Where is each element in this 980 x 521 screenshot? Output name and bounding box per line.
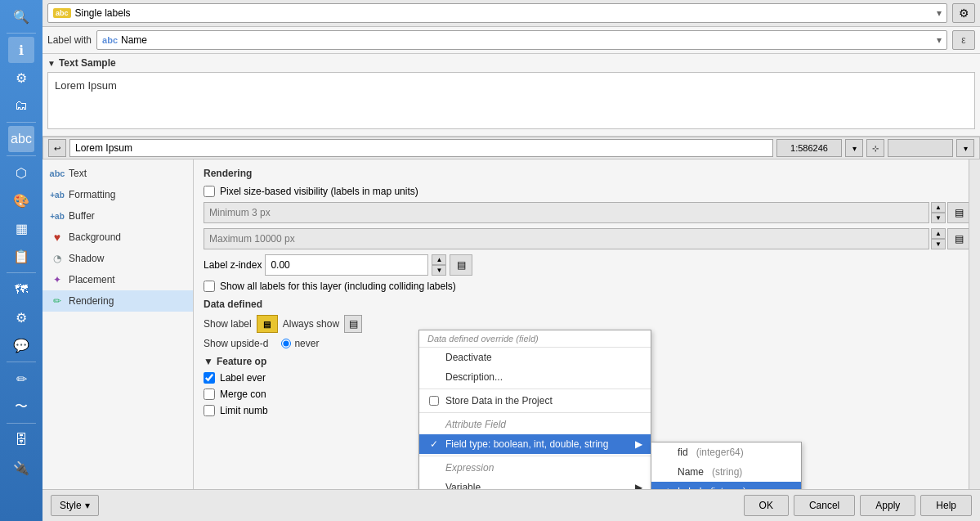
menu-item-field-type[interactable]: ✓ Field type: boolean, int, double, stri…: [419, 434, 651, 454]
z-index-side-btn[interactable]: ▤: [450, 254, 472, 276]
show-all-labels-label: Show all labels for this layer (includin…: [220, 281, 456, 292]
menu-item-description[interactable]: Description...: [419, 367, 651, 387]
style-button[interactable]: Style ▾: [51, 495, 99, 516]
color-icon[interactable]: 🎨: [8, 187, 34, 213]
menu-item-variable[interactable]: Variable ▶: [419, 478, 651, 489]
label-field-dropdown[interactable]: abc Name ▾: [96, 30, 947, 50]
rendering-title: Rendering: [204, 168, 970, 179]
z-index-input[interactable]: [265, 254, 428, 276]
label-field-arrow-icon: ▾: [937, 34, 942, 46]
table-icon[interactable]: 📋: [8, 243, 34, 269]
text-sample-box: Lorem Ipsum: [47, 72, 975, 129]
variable-arrow-icon: ▶: [635, 482, 642, 489]
scale-dropdown-btn[interactable]: ▾: [845, 139, 863, 157]
placement-nav-icon: ✦: [51, 273, 64, 286]
label-every-checkbox[interactable]: [204, 372, 215, 384]
maximum-side-btn[interactable]: ▤: [947, 228, 970, 249]
menu-item-deactivate[interactable]: Deactivate: [419, 348, 651, 367]
sidebar-item-shadow[interactable]: ◔ Shadow: [43, 248, 193, 269]
scale-bar: ↩ 1:586246 ▾ ⊹ ▾: [43, 137, 980, 159]
scale-arrow-btn[interactable]: ▾: [956, 139, 974, 157]
lock-btn[interactable]: [888, 139, 953, 157]
sidebar-item-rendering[interactable]: ✏ Rendering: [43, 290, 193, 312]
info-icon[interactable]: ℹ: [8, 37, 34, 63]
map-icon[interactable]: 🗺: [8, 276, 34, 303]
text-nav-icon: abc: [51, 167, 64, 180]
label-icon[interactable]: abc: [8, 126, 34, 152]
merge-con-checkbox[interactable]: [204, 389, 215, 400]
text-sample-title: Text Sample: [59, 57, 116, 69]
submenu-item-label[interactable]: ✓ Label (integer): [651, 482, 801, 489]
layers-icon[interactable]: 🗂: [8, 92, 34, 119]
label-every-label: Label ever: [220, 372, 266, 384]
always-show-btn[interactable]: ▤: [344, 315, 362, 333]
submenu-item-fid[interactable]: fid (integer64): [651, 442, 801, 462]
right-scrollbar[interactable]: [969, 159, 980, 489]
sidebar-item-formatting-label: Formatting: [69, 189, 115, 200]
gear2-icon[interactable]: ⚙: [8, 304, 34, 330]
database-icon[interactable]: 🗄: [8, 427, 34, 453]
apply-button[interactable]: Apply: [860, 495, 915, 516]
help-button[interactable]: Help: [920, 495, 972, 516]
expression-button[interactable]: ε: [952, 30, 975, 50]
text-sample-section: ▼ Text Sample Lorem Ipsum: [43, 54, 980, 137]
maximum-down-btn[interactable]: ▼: [931, 239, 946, 249]
z-index-label: Label z-index: [204, 259, 262, 271]
data-defined-title: Data defined: [204, 299, 970, 310]
sidebar-item-text[interactable]: abc Text: [43, 163, 193, 184]
options-button[interactable]: ⚙: [952, 3, 975, 23]
show-all-labels-checkbox[interactable]: [204, 281, 215, 292]
scale-text-input[interactable]: [69, 139, 773, 157]
store-data-checkbox[interactable]: [429, 396, 439, 406]
limit-numb-checkbox[interactable]: [204, 405, 215, 416]
menu-item-store-data[interactable]: Store Data in the Project: [419, 391, 651, 411]
right-panel: Rendering Pixel size-based visibility (l…: [194, 159, 980, 489]
maximum-input[interactable]: [204, 228, 929, 249]
style-arrow-icon: ▾: [85, 500, 90, 511]
label-type-icon: abc: [53, 8, 71, 18]
variable-label: Variable: [445, 482, 481, 489]
minimum-input[interactable]: [204, 202, 929, 223]
zigzag-icon[interactable]: 〜: [8, 393, 34, 420]
sidebar-item-placement-label: Placement: [69, 274, 115, 285]
text-sample-header[interactable]: ▼ Text Sample: [47, 57, 975, 69]
show-label-data-btn[interactable]: ▤: [257, 315, 278, 333]
menu-separator-2: [419, 412, 651, 413]
minimum-up-btn[interactable]: ▲: [931, 202, 946, 213]
chat-icon[interactable]: 💬: [8, 332, 34, 358]
pixel-visibility-checkbox[interactable]: [204, 186, 215, 197]
maximum-up-btn[interactable]: ▲: [931, 228, 946, 239]
sidebar-item-background[interactable]: ♥ Background: [43, 227, 193, 248]
sidebar-item-buffer[interactable]: +ab Buffer: [43, 205, 193, 227]
settings-icon[interactable]: ⚙: [8, 65, 34, 91]
label-type-value: Single labels: [75, 7, 131, 19]
cursor-btn[interactable]: ⊹: [866, 139, 884, 157]
minimum-row: ▲ ▼ ▤: [204, 202, 970, 223]
cancel-button[interactable]: Cancel: [794, 495, 855, 516]
polygon-icon[interactable]: ⬡: [8, 159, 34, 186]
menu-separator-3: [419, 456, 651, 456]
label-with-text: Label with: [47, 34, 92, 46]
label-type-dropdown[interactable]: abc Single labels ▾: [47, 3, 947, 23]
label-with-row: Label with abc Name ▾ ε: [43, 27, 980, 54]
submenu: fid (integer64) Name (string) ✓ Label (i…: [651, 442, 802, 489]
ok-button[interactable]: OK: [744, 495, 789, 516]
minimum-down-btn[interactable]: ▼: [931, 213, 946, 223]
submenu-item-name[interactable]: Name (string): [651, 462, 801, 482]
style-label: Style: [60, 500, 82, 511]
pencil-icon[interactable]: ✏: [8, 366, 34, 392]
z-index-down-btn[interactable]: ▼: [432, 265, 446, 276]
label-field-value: Name: [121, 34, 147, 46]
sidebar-item-placement[interactable]: ✦ Placement: [43, 269, 193, 290]
dropdown-arrow-icon: ▾: [937, 7, 942, 19]
grid-icon[interactable]: ▦: [8, 215, 34, 241]
sidebar-item-formatting[interactable]: +ab Formatting: [43, 184, 193, 205]
scale-value-btn[interactable]: 1:586246: [776, 139, 842, 157]
minimum-side-btn[interactable]: ▤: [947, 202, 970, 223]
z-index-up-btn[interactable]: ▲: [432, 254, 446, 265]
rendering-nav-icon: ✏: [51, 294, 64, 308]
plugin-icon[interactable]: 🔌: [8, 455, 34, 481]
never-radio[interactable]: [281, 339, 291, 348]
undo-button[interactable]: ↩: [48, 139, 66, 157]
search-icon[interactable]: 🔍: [8, 3, 34, 29]
